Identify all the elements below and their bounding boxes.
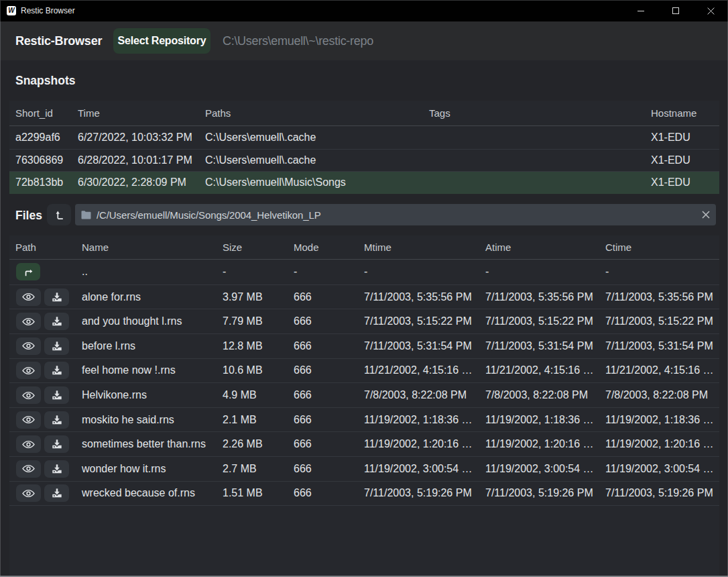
file-row: feel home now !.rns10.6 MB66611/21/2002,… <box>9 358 719 383</box>
cell-ctime: - <box>599 266 713 278</box>
download-file-button[interactable] <box>44 362 69 379</box>
download-file-button[interactable] <box>44 386 69 404</box>
download-file-button[interactable] <box>44 288 69 306</box>
repository-path: C:\Users\emuell\~\restic-repo <box>223 34 373 48</box>
column-header-tags: Tags <box>423 107 645 119</box>
cell-name: wrecked because of.rns <box>76 487 217 499</box>
cell-name: and you thought l.rns <box>76 315 217 327</box>
cell-mtime: 7/11/2003, 5:35:56 PM <box>358 291 479 303</box>
navigate-up-button[interactable] <box>16 263 40 280</box>
column-header-name: Name <box>76 242 217 253</box>
select-repository-button[interactable]: Select Repository <box>113 28 210 54</box>
download-icon <box>52 341 62 352</box>
cell-paths: C:\Users\emuell\.cache <box>199 154 423 166</box>
file-row: ..----- <box>9 260 719 284</box>
snapshots-table-body: a2299af66/27/2022, 10:03:32 PMC:\Users\e… <box>9 126 719 194</box>
view-file-button[interactable] <box>16 288 41 306</box>
file-row: Helvikone.rns4.9 MB6667/8/2003, 8:22:08 … <box>9 382 719 407</box>
view-file-button[interactable] <box>16 337 41 355</box>
snapshot-row[interactable]: a2299af66/27/2022, 10:03:32 PMC:\Users\e… <box>9 126 719 149</box>
download-icon <box>52 390 62 401</box>
minimize-icon <box>638 7 644 14</box>
cell-mode: 666 <box>288 438 358 450</box>
minimize-button[interactable] <box>623 0 658 21</box>
download-file-button[interactable] <box>44 411 69 429</box>
cell-size: 7.79 MB <box>217 315 288 327</box>
cell-ctime: 7/11/2003, 5:15:22 PM <box>599 315 713 327</box>
cell-mtime: - <box>358 266 479 278</box>
file-row: moskito he said.rns2.1 MB66611/19/2002, … <box>9 407 719 432</box>
cell-ctime: 7/11/2003, 5:31:54 PM <box>599 340 713 352</box>
cell-mode: 666 <box>288 315 358 327</box>
view-file-button[interactable] <box>16 362 41 379</box>
view-file-button[interactable] <box>16 411 41 429</box>
app-window: W Restic Browser Restic-Browser Select R… <box>0 0 728 577</box>
view-file-button[interactable] <box>16 460 41 478</box>
cell-atime: 11/19/2002, 1:18:36 … <box>479 414 599 426</box>
column-header-mtime: Mtime <box>358 242 479 253</box>
column-header-time: Time <box>72 107 199 119</box>
view-file-button[interactable] <box>16 313 41 330</box>
cell-paths: C:\Users\emuell\.cache <box>199 132 423 144</box>
cell-name: Helvikone.rns <box>76 389 217 401</box>
cell-short_id: 72b813bb <box>9 176 72 189</box>
close-button[interactable] <box>693 0 728 21</box>
download-file-button[interactable] <box>44 435 69 453</box>
cell-hostname: X1-EDU <box>645 154 719 166</box>
view-file-button[interactable] <box>16 386 41 404</box>
cell-size: 2.26 MB <box>217 438 288 450</box>
cell-atime: 7/8/2003, 8:22:08 PM <box>479 389 599 401</box>
cell-mtime: 11/19/2002, 1:18:36 … <box>358 414 479 426</box>
clear-path-icon[interactable] <box>702 211 710 219</box>
cell-size: 10.6 MB <box>217 364 288 376</box>
download-icon <box>52 365 62 376</box>
files-table-body: ..----- alone for.rns3.97 MB6667/11/2003… <box>9 260 719 506</box>
file-row-actions <box>9 386 76 404</box>
download-file-button[interactable] <box>44 337 69 355</box>
cell-time: 6/30/2022, 2:28:09 PM <box>72 176 199 189</box>
cell-mode: 666 <box>288 340 358 352</box>
cell-mtime: 11/19/2002, 3:00:54 … <box>358 463 479 475</box>
cell-atime: 7/11/2003, 5:35:56 PM <box>479 291 599 303</box>
cell-atime: 7/11/2003, 5:31:54 PM <box>479 340 599 352</box>
download-icon <box>52 439 62 450</box>
cell-atime: 7/11/2003, 5:15:22 PM <box>479 315 599 327</box>
parent-directory-button[interactable] <box>47 204 71 225</box>
download-icon <box>52 415 62 425</box>
file-row: wrecked because of.rns1.51 MB6667/11/200… <box>9 481 719 506</box>
download-file-button[interactable] <box>44 313 69 330</box>
snapshot-row[interactable]: 72b813bb6/30/2022, 2:28:09 PMC:\Users\em… <box>9 171 719 194</box>
cell-name: alone for.rns <box>76 291 217 303</box>
cell-name: before l.rns <box>76 340 217 352</box>
column-header-path: Path <box>9 242 76 253</box>
snapshots-heading: Snapshots <box>15 74 75 88</box>
file-path-value: /C/Users/emuell/Music/Songs/2004_Helveti… <box>97 209 702 221</box>
file-row-actions <box>9 288 76 306</box>
file-path-input[interactable]: /C/Users/emuell/Music/Songs/2004_Helveti… <box>75 204 716 225</box>
cell-short_id: 76306869 <box>9 154 72 166</box>
download-file-button[interactable] <box>44 460 69 478</box>
cell-size: - <box>217 266 288 278</box>
cell-mode: 666 <box>288 291 358 303</box>
wails-logo-letter: W <box>8 7 14 14</box>
snapshot-row[interactable]: 763068696/28/2022, 10:01:17 PMC:\Users\e… <box>9 149 719 172</box>
cell-mtime: 11/21/2002, 4:15:16 … <box>358 364 479 376</box>
view-file-button[interactable] <box>16 435 41 453</box>
cell-atime: 7/11/2003, 5:19:26 PM <box>479 487 599 499</box>
eye-icon <box>22 440 35 449</box>
file-row-actions <box>9 313 76 330</box>
column-header-size: Size <box>217 242 288 253</box>
view-file-button[interactable] <box>16 484 41 502</box>
cell-atime: 11/19/2002, 3:00:54 … <box>479 463 599 475</box>
maximize-button[interactable] <box>658 0 693 21</box>
cell-mtime: 7/11/2003, 5:19:26 PM <box>358 487 479 499</box>
download-icon <box>52 292 62 303</box>
eye-icon <box>22 366 35 375</box>
wails-logo-icon: W <box>7 6 16 15</box>
file-row: before l.rns12.8 MB6667/11/2003, 5:31:54… <box>9 333 719 358</box>
cell-size: 2.7 MB <box>217 463 288 475</box>
file-row-actions <box>9 484 76 502</box>
cell-ctime: 7/11/2003, 5:19:26 PM <box>599 487 713 499</box>
cell-size: 12.8 MB <box>217 340 288 352</box>
download-file-button[interactable] <box>44 484 69 502</box>
